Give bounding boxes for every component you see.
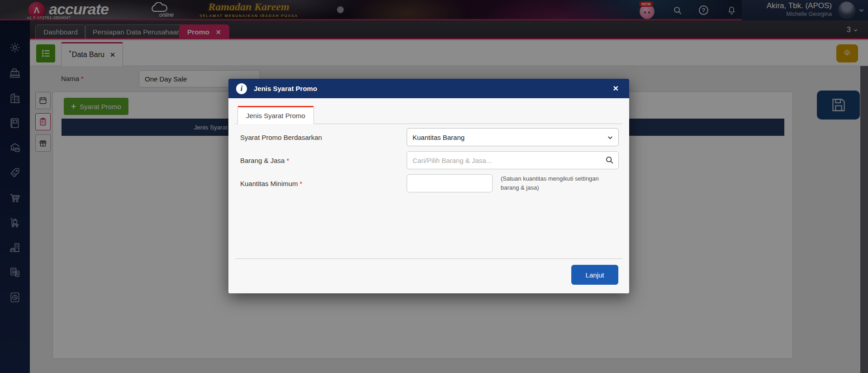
- kuantitas-note: (Satuan kuantitas mengikuti settingan ba…: [501, 174, 605, 192]
- info-glyph: i: [241, 85, 242, 93]
- required-marker: *: [286, 157, 289, 164]
- modal-tab-jenis-syarat-promo[interactable]: Jenis Syarat Promo: [237, 106, 314, 124]
- modal-tabs: Jenis Syarat Promo: [235, 98, 622, 124]
- close-icon[interactable]: ✕: [610, 82, 621, 95]
- field-label-text: Kuantitas Minimum: [240, 180, 298, 187]
- form-row-syarat-promo-berdasarkan: Syarat Promo Berdasarkan Kuantitas Baran…: [240, 128, 619, 146]
- app-window: Λ accurate online v1.0.1#3761-2504047 Ra…: [0, 0, 868, 373]
- jenis-syarat-promo-modal: i Jenis Syarat Promo ✕ Jenis Syarat Prom…: [228, 79, 629, 293]
- modal-header: i Jenis Syarat Promo ✕: [228, 79, 629, 98]
- select-value: Kuantitas Barang: [413, 134, 465, 141]
- barang-jasa-search: [407, 151, 619, 169]
- modal-footer: Lanjut: [571, 265, 618, 285]
- field-label: Barang & Jasa*: [240, 157, 407, 164]
- form-row-barang-jasa: Barang & Jasa*: [240, 151, 619, 169]
- search-icon[interactable]: [605, 155, 614, 165]
- form-row-kuantitas-minimum: Kuantitas Minimum* (Satuan kuantitas men…: [240, 174, 605, 192]
- lanjut-button[interactable]: Lanjut: [571, 265, 618, 285]
- field-label: Syarat Promo Berdasarkan: [240, 134, 407, 141]
- modal-title: Jenis Syarat Promo: [254, 85, 317, 92]
- modal-divider: [235, 258, 622, 259]
- chevron-down-icon: [607, 134, 613, 141]
- syarat-promo-berdasarkan-select[interactable]: Kuantitas Barang: [407, 128, 619, 146]
- barang-jasa-search-input[interactable]: [407, 151, 619, 169]
- info-icon: i: [236, 83, 247, 94]
- kuantitas-minimum-input[interactable]: [407, 174, 493, 192]
- field-label: Kuantitas Minimum*: [240, 180, 407, 187]
- field-label-text: Barang & Jasa: [240, 157, 285, 164]
- required-marker: *: [300, 180, 303, 187]
